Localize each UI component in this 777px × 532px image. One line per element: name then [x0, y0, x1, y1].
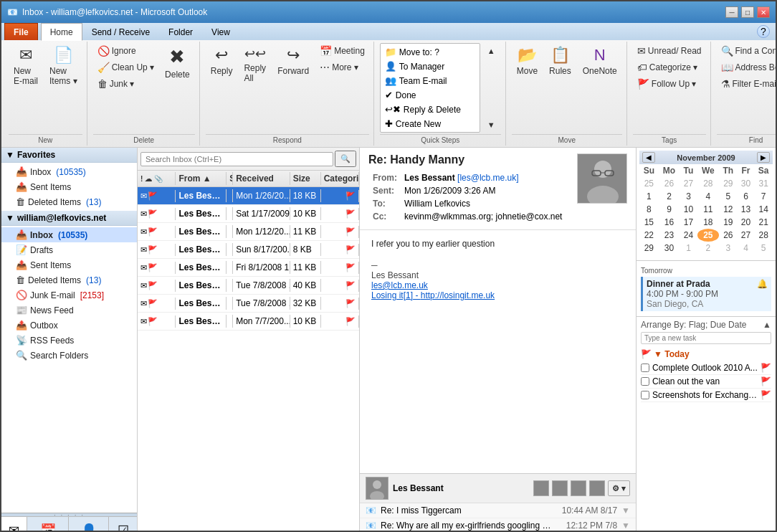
nav-item-search-folders[interactable]: 🔍 Search Folders: [1, 348, 137, 363]
address-book-button[interactable]: 📖 Address Book: [717, 60, 777, 75]
new-items-button[interactable]: 📄 NewItems ▾: [44, 43, 82, 89]
meeting-button[interactable]: 📅 Meeting: [315, 43, 369, 59]
col-header-from[interactable]: From ▲: [176, 172, 227, 185]
task-checkbox-2[interactable]: [641, 391, 649, 399]
cal-day-29-other[interactable]: 29: [719, 177, 738, 190]
cal-day-9[interactable]: 9: [659, 203, 680, 216]
conv-contact-icon4[interactable]: [589, 480, 605, 496]
tab-file[interactable]: File: [4, 23, 38, 40]
nav-item-deleted[interactable]: 🗑 Deleted Items (13): [1, 272, 137, 288]
col-header-size[interactable]: Size: [290, 172, 321, 185]
cal-day-8[interactable]: 8: [639, 203, 659, 216]
cal-day-14[interactable]: 14: [754, 203, 773, 216]
task-checkbox-1[interactable]: [641, 377, 649, 386]
conv-contact-icon[interactable]: [533, 480, 549, 496]
help-icon[interactable]: ?: [757, 25, 770, 38]
sig-email-link[interactable]: les@lcb.me.uk: [371, 280, 428, 290]
nav-item-favorites-inbox[interactable]: 📥 Inbox (10535): [1, 164, 137, 179]
qs-create-new[interactable]: ✚Create New: [382, 117, 478, 130]
col-header-categories[interactable]: Categories: [321, 172, 359, 185]
cal-day-24[interactable]: 24: [680, 229, 697, 242]
email-row-6[interactable]: ✉ 🚩 Les Bessa... Re: Why are all my ex-g…: [138, 295, 359, 313]
cal-day-4-other[interactable]: 4: [738, 242, 755, 255]
conv-more-button[interactable]: ⚙ ▾: [608, 480, 630, 496]
cal-day-2-other[interactable]: 2: [697, 242, 719, 255]
onenote-button[interactable]: N OneNote: [578, 43, 622, 79]
search-button[interactable]: 🔍: [335, 151, 356, 167]
nav-item-newsfeed[interactable]: 📰 News Feed: [1, 303, 137, 318]
col-header-subject[interactable]: Subject: [227, 172, 233, 185]
task-flag-1[interactable]: 🚩: [761, 376, 771, 386]
qs-reply-delete[interactable]: ↩✖Reply & Delete: [382, 103, 478, 116]
close-button[interactable]: ✕: [757, 6, 770, 18]
qs-done[interactable]: ✔Done: [382, 88, 478, 102]
cal-day-10[interactable]: 10: [680, 203, 697, 216]
qs-to-manager[interactable]: 👤To Manager: [382, 60, 478, 73]
email-row-2[interactable]: ✉ 🚩 Les Bessa... Re: The Queen is dead. …: [138, 223, 359, 241]
cal-day-13[interactable]: 13: [738, 203, 755, 216]
cal-day-25[interactable]: 25: [697, 229, 719, 242]
cal-day-6[interactable]: 6: [738, 190, 755, 203]
rules-button[interactable]: 📋 Rules: [544, 43, 576, 79]
reply-all-button[interactable]: ↩↩ ReplyAll: [239, 43, 271, 86]
cal-day-28-other[interactable]: 28: [697, 177, 719, 190]
cal-day-29[interactable]: 29: [639, 242, 659, 255]
account-header[interactable]: ▼ william@lefkovics.net: [1, 211, 137, 226]
conv-item-1[interactable]: 📧 Re: Why are all my ex-girlfriends goog…: [360, 518, 636, 532]
email-row-0[interactable]: ✉ 🚩 Les Bessa... Re: Handy Manny Mon 1/2…: [138, 187, 359, 205]
nav-item-favorites-sent[interactable]: 📤 Sent Items: [1, 179, 137, 194]
follow-up-button[interactable]: 🚩 Follow Up ▾: [633, 76, 706, 92]
cal-day-26-other[interactable]: 26: [659, 177, 680, 190]
cal-day-7[interactable]: 7: [754, 190, 773, 203]
cal-day-30-other[interactable]: 30: [738, 177, 755, 190]
nav-item-junk[interactable]: 🚫 Junk E-mail [2153]: [1, 288, 137, 303]
categorize-button[interactable]: 🏷 Categorize ▾: [633, 60, 706, 75]
tab-home[interactable]: Home: [41, 23, 82, 41]
nav-mode-calendar[interactable]: 📅 Calendar: [27, 517, 69, 532]
unread-read-button[interactable]: ✉ Unread/ Read: [633, 43, 706, 59]
tab-send-receive[interactable]: Send / Receive: [82, 23, 159, 40]
email-row-5[interactable]: ✉ 🚩 Les Bessa... Re: Why are all my ex-g…: [138, 277, 359, 295]
nav-item-drafts[interactable]: 📝 Drafts: [1, 242, 137, 257]
cal-day-27[interactable]: 27: [738, 229, 755, 242]
nav-item-rss[interactable]: 📡 RSS Feeds: [1, 333, 137, 348]
move-button[interactable]: 📂 Move: [512, 43, 543, 79]
cal-day-17[interactable]: 17: [680, 216, 697, 229]
cal-day-20[interactable]: 20: [738, 216, 755, 229]
cal-day-5[interactable]: 5: [719, 190, 738, 203]
email-row-1[interactable]: ✉ 🚩 Les Bessa... Re: Are any of these fu…: [138, 205, 359, 223]
cal-day-2[interactable]: 2: [659, 190, 680, 203]
sig-url-link[interactable]: Losing it[1] - http://losingit.me.uk: [371, 290, 495, 300]
cal-day-3-other[interactable]: 3: [719, 242, 738, 255]
tab-folder[interactable]: Folder: [159, 23, 202, 40]
cal-day-25-other[interactable]: 25: [639, 177, 659, 190]
cal-day-22[interactable]: 22: [639, 229, 659, 242]
cleanup-button[interactable]: 🧹 Clean Up ▾: [93, 60, 158, 75]
cal-day-16[interactable]: 16: [659, 216, 680, 229]
cal-day-23[interactable]: 23: [659, 229, 680, 242]
more-respond-button[interactable]: ⋯ More ▾: [315, 60, 369, 75]
nav-mode-tasks[interactable]: ☑ Tasks: [109, 517, 137, 532]
cal-day-21[interactable]: 21: [754, 216, 773, 229]
delete-button[interactable]: ✖ Delete: [160, 43, 195, 82]
nav-mode-contacts[interactable]: 👤 Contacts: [69, 517, 109, 532]
cal-day-30[interactable]: 30: [659, 242, 680, 255]
nav-mode-mail[interactable]: ✉ Mail: [1, 517, 27, 532]
conv-item-0[interactable]: 📧 Re: I miss Tiggercam 10:44 AM 8/17 ▼: [360, 503, 636, 518]
cal-day-12[interactable]: 12: [719, 203, 738, 216]
cal-day-1-other[interactable]: 1: [680, 242, 697, 255]
cal-day-4[interactable]: 4: [697, 190, 719, 203]
maximize-button[interactable]: □: [741, 6, 754, 18]
filter-email-button[interactable]: ⚗ Filter E-mail ▾: [717, 76, 777, 92]
col-header-received[interactable]: Received: [233, 172, 290, 185]
qs-team-email[interactable]: 👥Team E-mail: [382, 74, 478, 87]
new-task-input[interactable]: [641, 332, 771, 344]
cal-day-26[interactable]: 26: [719, 229, 738, 242]
ignore-button[interactable]: 🚫 Ignore: [93, 43, 158, 59]
nav-item-outbox[interactable]: 📤 Outbox: [1, 318, 137, 333]
cal-day-18[interactable]: 18: [697, 216, 719, 229]
forward-button[interactable]: ↪ Forward: [272, 43, 314, 79]
minimize-button[interactable]: ─: [725, 6, 738, 18]
calendar-event[interactable]: 🔔 Dinner at Prada 4:00 PM - 9:00 PM San …: [641, 277, 771, 311]
cal-next-button[interactable]: ▶: [757, 152, 770, 163]
